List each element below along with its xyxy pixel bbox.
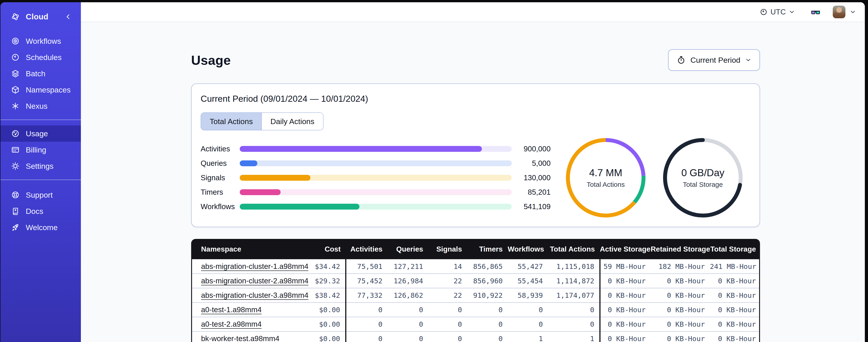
sidebar-item-docs[interactable]: Docs	[0, 203, 81, 219]
table-cell: 58,939	[508, 288, 548, 303]
actions-tab-group: Total ActionsDaily Actions	[200, 112, 323, 130]
table-cell: a0-test-2.a98mm4	[192, 317, 296, 332]
table-cell: 0 KB-Hour	[651, 274, 710, 288]
table-cell: 75,452	[346, 274, 388, 288]
usage-icon	[11, 129, 20, 138]
schedules-icon	[11, 53, 20, 62]
column-header: Retained Storage	[651, 239, 710, 259]
table-cell: 1	[508, 332, 548, 342]
table-cell: 0	[548, 317, 600, 332]
table-cell: $0.00	[296, 317, 346, 332]
avatar[interactable]	[833, 6, 845, 18]
table-cell: abs-migration-cluster-2.a98mm4	[192, 274, 296, 288]
support-icon	[11, 191, 20, 199]
sidebar-item-billing[interactable]: Billing	[0, 142, 81, 158]
account-menu-chevron-icon[interactable]	[849, 8, 856, 15]
table-cell: 0	[388, 303, 428, 317]
sidebar-item-label: Batch	[26, 69, 45, 78]
temporal-logo-icon	[11, 12, 20, 21]
table-cell: abs-migration-cluster-1.a98mm4	[192, 259, 296, 274]
bar-label: Timers	[200, 188, 240, 197]
sidebar-item-usage[interactable]: Usage	[0, 126, 81, 142]
period-selector-button[interactable]: Current Period	[668, 49, 760, 71]
sidebar-item-label: Settings	[26, 162, 54, 171]
table-cell: bk-worker-test.a98mm4	[192, 332, 296, 342]
table-cell: 0 KB-Hour	[710, 332, 760, 342]
bar-fill	[240, 175, 310, 181]
table-cell: 1,174,077	[548, 288, 600, 303]
docs-icon	[11, 207, 20, 216]
period-selector-label: Current Period	[690, 56, 740, 65]
table-row: abs-migration-cluster-1.a98mm4$34.4275,5…	[192, 259, 760, 274]
table-cell: 1,115,018	[548, 259, 600, 274]
column-header: Timers	[467, 239, 508, 259]
bar-label: Queries	[200, 159, 240, 168]
sidebar-item-batch[interactable]: Batch	[0, 65, 81, 82]
sidebar-item-namespaces[interactable]: Namespaces	[0, 82, 81, 98]
bar-label: Activities	[200, 145, 240, 153]
sidebar-item-support[interactable]: Support	[0, 187, 81, 203]
namespace-link[interactable]: abs-migration-cluster-1.a98mm4	[201, 262, 308, 271]
sidebar-item-settings[interactable]: Settings	[0, 158, 81, 174]
table-row: bk-worker-test.a98mm4$0.000000110 KB-Hou…	[192, 332, 760, 342]
timezone-selector[interactable]: UTC	[760, 8, 795, 16]
namespace-link[interactable]: a0-test-1.a98mm4	[201, 305, 261, 314]
bar-label: Signals	[200, 173, 240, 182]
brand-row: Cloud	[0, 6, 81, 28]
table-cell: 0	[467, 317, 508, 332]
app-window: Cloud Workflows Schedules Batch Namespac…	[0, 2, 865, 342]
table-cell: 0 KB-Hour	[600, 303, 651, 317]
sidebar-item-label: Docs	[26, 207, 43, 216]
namespaces-icon	[11, 85, 20, 94]
table-cell: $0.00	[296, 332, 346, 342]
donut-center: 0 GB/Day Total Storage	[661, 136, 745, 220]
bar-value: 130,000	[512, 173, 551, 182]
page-content: Usage Current Period Current Period (09/…	[81, 22, 865, 342]
sidebar-item-nexus[interactable]: Nexus	[0, 98, 81, 114]
table-cell: 0 KB-Hour	[600, 288, 651, 303]
bar-fill	[240, 161, 257, 166]
column-header: Queries	[388, 239, 428, 259]
table-cell: 0 KB-Hour	[651, 332, 710, 342]
sidebar-item-workflows[interactable]: Workflows	[0, 33, 81, 49]
namespace-usage-table: NamespaceCostActivitiesQueriesSignalsTim…	[191, 239, 760, 342]
table-cell: 126,984	[388, 274, 428, 288]
table-cell: 22	[428, 288, 467, 303]
sidebar-item-label: Billing	[26, 145, 46, 154]
bar-track	[240, 189, 512, 195]
column-header: Namespace	[192, 239, 296, 259]
sidebar-item-label: Support	[26, 191, 53, 199]
table-cell: 0	[428, 317, 467, 332]
sidebar-item-schedules[interactable]: Schedules	[0, 49, 81, 65]
tab-total-actions[interactable]: Total Actions	[201, 113, 261, 130]
sidebar-item-label: Namespaces	[26, 86, 70, 94]
table-cell: 0	[346, 317, 388, 332]
namespace-link[interactable]: abs-migration-cluster-2.a98mm4	[201, 277, 308, 285]
bar-fill	[240, 146, 482, 152]
sidebar-item-label: Nexus	[26, 102, 48, 110]
column-header: Active Storage	[600, 239, 651, 259]
table-cell: 241 MB-Hour	[710, 259, 760, 274]
table-cell: 0 KB-Hour	[651, 288, 710, 303]
namespace-link[interactable]: a0-test-2.a98mm4	[201, 320, 261, 328]
feedback-glasses-icon[interactable]	[810, 6, 821, 18]
column-header: Activities	[346, 239, 388, 259]
topbar: UTC	[81, 2, 865, 22]
sidebar-collapse-button[interactable]	[65, 13, 72, 20]
namespace-link[interactable]: abs-migration-cluster-3.a98mm4	[201, 291, 308, 299]
usage-bar-row: Activities 900,000	[200, 142, 551, 156]
namespace-link[interactable]: bk-worker-test.a98mm4	[201, 334, 279, 342]
table-cell: 127,211	[388, 259, 428, 274]
batch-icon	[11, 69, 20, 78]
table-cell: 0	[548, 303, 600, 317]
sidebar-item-welcome[interactable]: Welcome	[0, 219, 81, 236]
table-cell: 0 KB-Hour	[600, 332, 651, 342]
page-title: Usage	[191, 53, 231, 68]
tab-daily-actions[interactable]: Daily Actions	[261, 113, 323, 130]
table-row: abs-migration-cluster-2.a98mm4$29.3275,4…	[192, 274, 760, 288]
table-cell: 0 KB-Hour	[600, 317, 651, 332]
table-cell: 0 KB-Hour	[651, 303, 710, 317]
column-header: Total Actions	[548, 239, 600, 259]
bar-track	[240, 146, 512, 152]
table-cell: 0 KB-Hour	[710, 274, 760, 288]
